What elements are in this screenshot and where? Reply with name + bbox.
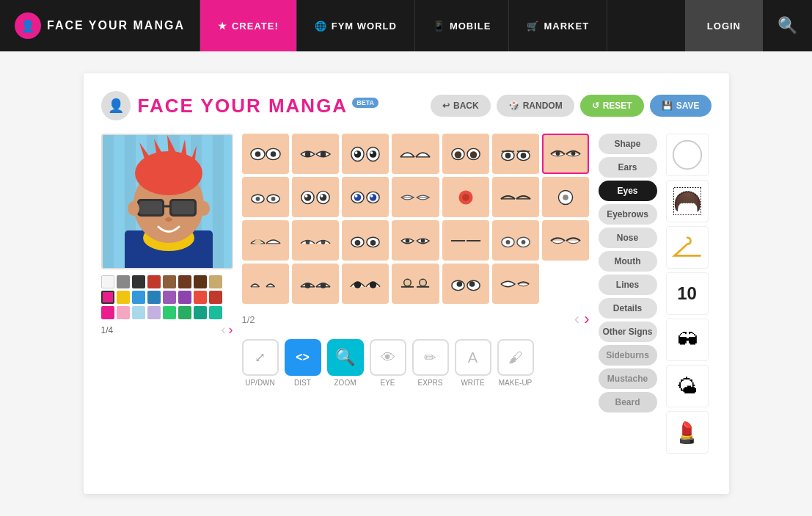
grid-prev-button[interactable]: ‹ (574, 310, 579, 329)
reset-button[interactable]: ↺ RESET (580, 95, 644, 117)
color-swatch[interactable] (132, 291, 145, 304)
tool-eye[interactable]: 👁 EYE (370, 339, 406, 387)
color-swatch[interactable] (209, 306, 222, 319)
eye-cell-18[interactable] (392, 220, 439, 261)
eye-cell-14[interactable] (542, 177, 589, 217)
sticker-number-10[interactable]: 10 (666, 272, 709, 315)
eye-cell-15[interactable] (242, 220, 289, 261)
tool-up-dwn[interactable]: ⤢ UP/DWN (242, 339, 279, 387)
random-button[interactable]: 🎲 RANDOM (497, 95, 574, 117)
back-button[interactable]: ↩ BACK (431, 95, 491, 117)
palette-prev-button[interactable]: ‹ (222, 322, 226, 338)
cat-nose-button[interactable]: Nose (599, 228, 657, 248)
svg-point-62 (370, 195, 373, 197)
eye-cell-12[interactable] (442, 177, 489, 217)
color-swatch[interactable] (194, 306, 207, 319)
tool-makeup[interactable]: 🖌 MAKE-UP (497, 339, 534, 387)
svg-point-22 (255, 151, 260, 157)
eye-cell-5[interactable] (442, 134, 489, 174)
color-swatch[interactable] (163, 306, 176, 319)
color-swatch[interactable] (132, 306, 145, 319)
color-swatch[interactable] (132, 275, 145, 288)
tool-exprs[interactable]: ✏ EXPRS (412, 339, 449, 387)
color-swatch[interactable] (209, 291, 222, 304)
sticker-hanger[interactable] (666, 226, 709, 269)
eye-cell-19[interactable] (442, 220, 489, 261)
color-swatch[interactable] (117, 275, 130, 288)
eye-cell-24[interactable] (342, 264, 389, 304)
tool-zoom[interactable]: 🔍 ZOOM (327, 339, 364, 387)
svg-point-31 (370, 150, 377, 158)
cat-sideburns-button[interactable]: Sideburns (599, 345, 657, 366)
eye-cell-10[interactable] (342, 177, 389, 217)
eye-cell-13[interactable] (492, 177, 539, 217)
nav-item-mobile[interactable]: 📱 MOBILE (415, 0, 509, 51)
eye-cell-22[interactable] (242, 264, 289, 304)
eye-cell-23[interactable] (292, 264, 339, 304)
color-swatch[interactable] (163, 291, 176, 304)
sticker-sun[interactable]: 🌤 (666, 365, 709, 407)
cat-mustache-button[interactable]: Mustache (599, 368, 657, 389)
tool-write[interactable]: A WRITE (455, 339, 491, 387)
eye-cell-16[interactable] (292, 220, 339, 261)
eye-cell-7[interactable] (542, 134, 589, 174)
cat-details-button[interactable]: Details (599, 298, 657, 319)
svg-point-53 (305, 195, 308, 197)
color-swatch[interactable] (147, 306, 161, 319)
color-swatch[interactable] (178, 275, 191, 288)
color-swatch[interactable] (117, 291, 130, 304)
cat-mouth-button[interactable]: Mouth (599, 251, 657, 272)
color-swatch[interactable] (209, 275, 222, 288)
sticker-hair-dark[interactable]: 🦱 (666, 180, 709, 222)
color-swatch[interactable] (101, 306, 114, 319)
character-preview (101, 134, 233, 269)
color-swatch[interactable] (101, 275, 114, 288)
color-swatch[interactable] (194, 291, 207, 304)
eye-cell-3[interactable] (342, 134, 389, 174)
cat-eyes-button[interactable]: Eyes (599, 181, 657, 201)
nav-item-fym-world[interactable]: 🌐 FYM WORLD (297, 0, 414, 51)
eye-cell-8[interactable] (242, 177, 289, 217)
color-swatch[interactable] (163, 275, 176, 288)
back-icon: ↩ (442, 101, 450, 111)
color-swatch[interactable] (178, 306, 191, 319)
eye-cell-1[interactable] (242, 134, 289, 174)
save-button[interactable]: 💾 SAVE (650, 95, 712, 117)
nav-logo-text: FACE YOUR MANGA (47, 19, 185, 32)
nav-item-login[interactable]: LOGIN (685, 0, 763, 51)
cat-beard-button[interactable]: Beard (599, 392, 657, 413)
nav-search-button[interactable]: 🔍 (763, 16, 812, 35)
grid-next-button[interactable]: › (584, 310, 589, 329)
cat-eyebrows-button[interactable]: Eyebrows (599, 204, 657, 225)
sticker-lipstick[interactable]: 💄 (666, 411, 709, 454)
color-swatch[interactable] (117, 306, 130, 319)
eye-cell-25[interactable] (392, 264, 439, 304)
color-swatch[interactable] (101, 291, 114, 304)
tool-dist[interactable]: <> DIST (285, 339, 321, 387)
eye-cell-6[interactable] (492, 134, 539, 174)
cat-other-signs-button[interactable]: Other Signs (599, 321, 657, 342)
color-swatch[interactable] (178, 291, 191, 304)
color-swatch[interactable] (147, 275, 161, 288)
eye-cell-20[interactable] (492, 220, 539, 261)
palette-next-button[interactable]: › (229, 322, 233, 338)
cat-ears-button[interactable]: Ears (599, 157, 657, 178)
eye-cell-21[interactable] (542, 220, 589, 261)
sticker-sunglasses[interactable]: 🕶 (666, 319, 709, 361)
color-swatch[interactable] (194, 275, 207, 288)
cat-shape-button[interactable]: Shape (599, 134, 657, 154)
eye-cell-27[interactable] (492, 264, 539, 304)
svg-point-101 (456, 281, 462, 287)
nav-item-market[interactable]: 🛒 MARKET (509, 0, 607, 51)
eye-cell-9[interactable] (292, 177, 339, 217)
sticker-face-outline[interactable] (666, 134, 709, 176)
eye-cell-4[interactable] (392, 134, 439, 174)
cat-lines-button[interactable]: Lines (599, 275, 657, 295)
tool-write-label: WRITE (461, 379, 484, 387)
eye-cell-26[interactable] (442, 264, 489, 304)
eye-cell-17[interactable] (342, 220, 389, 261)
color-swatch[interactable] (147, 291, 161, 304)
nav-item-create[interactable]: ★ CREATE! (200, 0, 296, 51)
eye-cell-11[interactable] (392, 177, 439, 217)
eye-cell-2[interactable] (292, 134, 339, 174)
